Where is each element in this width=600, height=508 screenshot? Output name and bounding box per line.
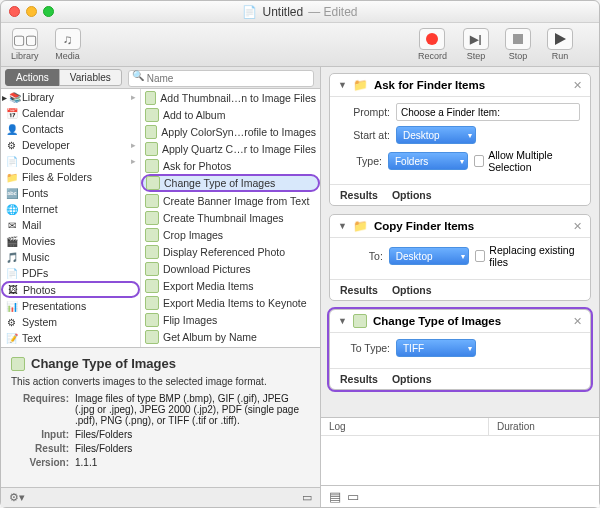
close-icon[interactable]: ✕ xyxy=(573,79,582,92)
card-change-type-images[interactable]: ▼Change Type of Images✕ To Type:TIFF▾ Re… xyxy=(329,309,591,390)
action-list[interactable]: Add Thumbnail…n to Image FilesAdd to Alb… xyxy=(141,89,320,347)
stop-icon xyxy=(505,28,531,50)
category-item[interactable]: 🎵Music xyxy=(1,249,140,265)
disclosure-icon[interactable]: ▼ xyxy=(338,80,347,90)
action-item[interactable]: Create Thumbnail Images xyxy=(141,209,320,226)
category-item[interactable]: 🖼Photos xyxy=(1,281,140,298)
start-at-select[interactable]: Desktop▾ xyxy=(396,126,476,144)
action-item[interactable]: Add Thumbnail…n to Image Files xyxy=(141,89,320,106)
action-item[interactable]: Ask for Photos xyxy=(141,157,320,174)
to-type-select[interactable]: TIFF▾ xyxy=(396,339,476,357)
tab-actions[interactable]: Actions xyxy=(5,69,60,86)
step-icon: ▶| xyxy=(463,28,489,50)
hide-preview-button[interactable]: ▭ xyxy=(302,491,312,504)
step-button[interactable]: ▶| Step xyxy=(463,28,489,61)
view-mode-button-2[interactable]: ▭ xyxy=(347,489,359,504)
window-title: Untitled xyxy=(262,5,303,19)
to-select[interactable]: Desktop▾ xyxy=(389,247,469,265)
results-tab[interactable]: Results xyxy=(340,373,378,385)
run-button[interactable]: Run xyxy=(547,28,573,61)
prompt-input[interactable] xyxy=(396,103,580,121)
document-icon: 📄 xyxy=(242,5,257,19)
finder-icon: 📁 xyxy=(353,219,368,233)
action-item[interactable]: Apply Quartz C…r to Image Files xyxy=(141,140,320,157)
action-item[interactable]: Export Media Items to Keynote xyxy=(141,294,320,311)
library-icon: ▢▢ xyxy=(12,28,38,50)
left-footer: ⚙︎▾ ▭ xyxy=(1,487,320,507)
action-item[interactable]: Display Referenced Photo xyxy=(141,243,320,260)
chevron-right-icon: ▸ xyxy=(131,156,136,166)
close-icon[interactable]: ✕ xyxy=(573,220,582,233)
category-icon: 🔤 xyxy=(5,187,18,200)
category-item[interactable]: 🔤Fonts xyxy=(1,185,140,201)
allow-multiple-checkbox[interactable]: Allow Multiple Selection xyxy=(474,149,580,173)
preview-result: Files/Folders xyxy=(75,443,310,454)
category-item[interactable]: 📁Files & Folders xyxy=(1,169,140,185)
gear-menu[interactable]: ⚙︎▾ xyxy=(9,491,25,504)
category-item[interactable]: 🎬Movies xyxy=(1,233,140,249)
category-item[interactable]: 👤Contacts xyxy=(1,121,140,137)
options-tab[interactable]: Options xyxy=(392,373,432,385)
category-item[interactable]: ⚙︎System xyxy=(1,314,140,330)
action-item[interactable]: Crop Images xyxy=(141,226,320,243)
options-tab[interactable]: Options xyxy=(392,284,432,296)
search-input[interactable] xyxy=(128,70,314,87)
action-item[interactable]: Get Album by Name xyxy=(141,328,320,345)
category-item[interactable]: 🌐Internet xyxy=(1,201,140,217)
action-item[interactable]: Export Media Items xyxy=(141,277,320,294)
action-icon xyxy=(145,142,158,156)
action-item[interactable]: Add to Album xyxy=(141,106,320,123)
disclosure-icon[interactable]: ▼ xyxy=(338,316,347,326)
preview-action-icon xyxy=(353,314,367,328)
card-ask-finder-items[interactable]: ▼📁Ask for Finder Items✕ Prompt: Start at… xyxy=(329,73,591,206)
category-item[interactable]: 📄Documents▸ xyxy=(1,153,140,169)
titlebar: 📄 Untitled — Edited xyxy=(1,1,599,23)
view-mode-button-1[interactable]: ▤ xyxy=(329,489,341,504)
chevron-right-icon: ▸ xyxy=(131,92,136,102)
action-item[interactable]: Flip Images xyxy=(141,311,320,328)
category-icon: 📁 xyxy=(5,171,18,184)
category-item[interactable]: 📅Calendar xyxy=(1,105,140,121)
options-tab[interactable]: Options xyxy=(392,189,432,201)
category-item[interactable]: 📊Presentations xyxy=(1,298,140,314)
media-button[interactable]: ♫ Media xyxy=(55,28,81,61)
action-preview: Change Type of Images This action conver… xyxy=(1,347,320,487)
toolbar: ▢▢ Library ♫ Media Record ▶| Step Stop R… xyxy=(1,23,599,67)
action-item[interactable]: Change Type of Images xyxy=(141,174,320,192)
disclosure-icon[interactable]: ▼ xyxy=(338,221,347,231)
workflow-area[interactable]: ▼📁Ask for Finder Items✕ Prompt: Start at… xyxy=(321,67,599,417)
log-column-header[interactable]: Log xyxy=(321,418,489,435)
action-icon xyxy=(145,330,159,344)
search-icon: 🔍 xyxy=(132,70,144,81)
action-icon xyxy=(145,125,157,139)
chevron-down-icon: ▾ xyxy=(460,157,464,166)
category-item[interactable]: 📄PDFs xyxy=(1,265,140,281)
close-icon[interactable]: ✕ xyxy=(573,315,582,328)
tab-variables[interactable]: Variables xyxy=(59,69,122,86)
duration-column-header[interactable]: Duration xyxy=(489,418,599,435)
preview-action-icon xyxy=(11,357,25,371)
record-button[interactable]: Record xyxy=(418,28,447,61)
results-tab[interactable]: Results xyxy=(340,284,378,296)
action-item[interactable]: Apply ColorSyn…rofile to Images xyxy=(141,123,320,140)
preview-requires: Image files of type BMP (.bmp), GIF (.gi… xyxy=(75,393,310,426)
action-item[interactable]: Create Banner Image from Text xyxy=(141,192,320,209)
action-item[interactable]: Download Pictures xyxy=(141,260,320,277)
stop-button[interactable]: Stop xyxy=(505,28,531,61)
type-select[interactable]: Folders▾ xyxy=(388,152,468,170)
category-icon: 📝 xyxy=(5,332,18,345)
category-item[interactable]: ⚙︎Developer▸ xyxy=(1,137,140,153)
replace-checkbox[interactable]: Replacing existing files xyxy=(475,244,580,268)
category-item[interactable]: ▸ 📚Library▸ xyxy=(1,89,140,105)
category-item[interactable]: 📝Text xyxy=(1,330,140,346)
record-icon xyxy=(419,28,445,50)
category-list[interactable]: ▸ 📚Library▸📅Calendar👤Contacts⚙︎Developer… xyxy=(1,89,141,347)
category-item[interactable]: ✉︎Mail xyxy=(1,217,140,233)
action-icon xyxy=(145,91,156,105)
library-button[interactable]: ▢▢ Library xyxy=(11,28,39,61)
card-copy-finder-items[interactable]: ▼📁Copy Finder Items✕ To:Desktop▾Replacin… xyxy=(329,214,591,301)
preview-description: This action converts images to the selec… xyxy=(11,376,310,387)
action-icon xyxy=(145,108,159,122)
category-icon: ⚙︎ xyxy=(5,316,18,329)
results-tab[interactable]: Results xyxy=(340,189,378,201)
